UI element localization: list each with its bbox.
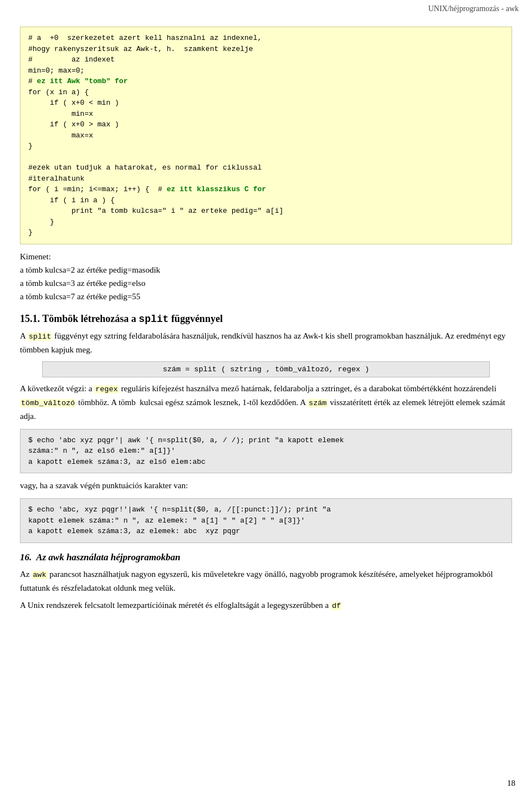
regex-ref: regex bbox=[94, 385, 119, 393]
page-header: UNIX/héjprogramozás - awk bbox=[0, 0, 532, 16]
code-block-2: $ echo 'abc xyz pqgr'| awk '{ n=split($0… bbox=[20, 429, 512, 474]
tomb-valtozo-ref: tömb_változó bbox=[20, 399, 76, 407]
section-16-title: 16. Az awk használata héjprogramokban bbox=[20, 552, 512, 563]
para-16-2: A Unix rendszerek felcsatolt lemezpartíc… bbox=[20, 598, 512, 612]
code-line: # a +0 szerkezetet azert kell hasznalni … bbox=[28, 34, 283, 237]
para-16-1: Az awk parancsot használhatjuk nagyon eg… bbox=[20, 567, 512, 595]
para-15-1-2: A következőt végzi: a regex reguláris ki… bbox=[20, 382, 512, 423]
page-number: 18 bbox=[507, 779, 515, 788]
code-block-3: $ echo 'abc, xyz pqgr!'|awk '{ n=split($… bbox=[20, 498, 512, 543]
split-inline: split bbox=[139, 314, 168, 325]
output-label: Kimenet: a tömb kulcsa=2 az értéke pedig… bbox=[20, 250, 512, 303]
output-line-3: a tömb kulcsa=7 az értéke pedig=55 bbox=[20, 292, 140, 301]
output-line-2: a tömb kulcsa=3 az értéke pedig=elso bbox=[20, 279, 145, 288]
section-15-1-title: 15.1. Tömbök létrehozása a split függvén… bbox=[20, 313, 512, 325]
code-block-1: # a +0 szerkezetet azert kell hasznalni … bbox=[20, 27, 512, 244]
output-line-1: a tömb kulcsa=2 az értéke pedig=masodik bbox=[20, 265, 160, 274]
awk-ref: awk bbox=[32, 571, 47, 579]
para-or: vagy, ha a szavak végén punktuációs kara… bbox=[20, 479, 512, 493]
split-formula: szám = split ( sztring , tömb_változó, r… bbox=[42, 361, 490, 377]
split-ref: split bbox=[28, 332, 53, 341]
highlight-klasszikus: ez itt klasszikus C for bbox=[167, 185, 266, 193]
df-ref: df bbox=[331, 602, 342, 610]
highlight-tomb-for: ez itt Awk "tomb" for bbox=[37, 77, 128, 85]
header-title: UNIX/héjprogramozás - awk bbox=[428, 4, 519, 13]
page-content: # a +0 szerkezetet azert kell hasznalni … bbox=[0, 16, 532, 638]
para-15-1-1: A split függvényt egy sztring feldarabol… bbox=[20, 329, 512, 357]
szam-ref: szám bbox=[308, 399, 328, 407]
